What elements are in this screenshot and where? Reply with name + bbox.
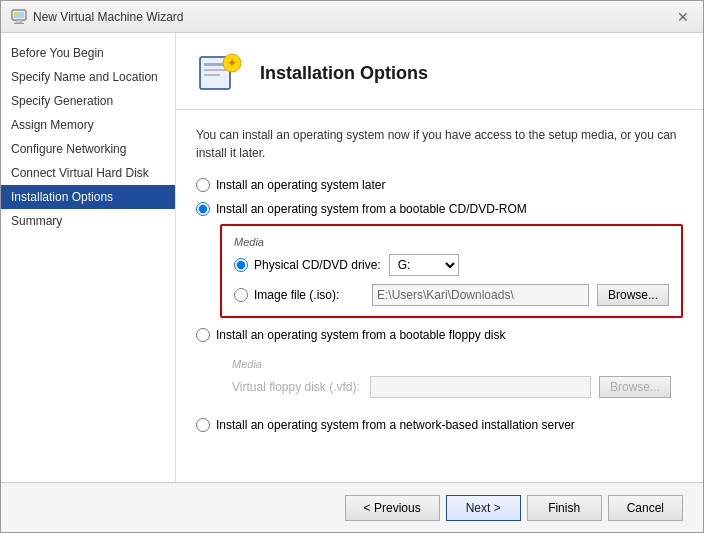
media-label: Media [234,236,669,248]
header-section: ✦ Installation Options [176,33,703,110]
cd-media-group: Media Physical CD/DVD drive: G: D: E: [220,224,683,318]
radio-image-file[interactable] [234,288,248,302]
drive-select[interactable]: G: D: E: F: [389,254,459,276]
radio-physical-cd[interactable] [234,258,248,272]
install-network-label: Install an operating system from a netwo… [216,418,575,432]
title-bar-left: New Virtual Machine Wizard [11,9,184,25]
description-text: You can install an operating system now … [196,126,683,162]
wizard-window: New Virtual Machine Wizard ✕ Before You … [0,0,704,533]
radio-install-floppy[interactable] [196,328,210,342]
install-floppy-label: Install an operating system from a boota… [216,328,506,342]
floppy-media-label: Media [232,358,671,370]
footer: < Previous Next > Finish Cancel [1,482,703,532]
previous-button[interactable]: < Previous [345,495,440,521]
sidebar-item-specify-name[interactable]: Specify Name and Location [1,65,175,89]
floppy-browse-button[interactable]: Browse... [599,376,671,398]
vm-icon [11,9,27,25]
install-cd-label: Install an operating system from a boota… [216,202,527,216]
svg-rect-8 [204,74,220,76]
sidebar-item-connect-vhd[interactable]: Connect Virtual Hard Disk [1,161,175,185]
svg-text:✦: ✦ [227,56,237,70]
sidebar: Before You Begin Specify Name and Locati… [1,33,176,482]
content-area: Before You Begin Specify Name and Locati… [1,33,703,482]
floppy-vfd-row: Virtual floppy disk (.vfd): Browse... [232,376,671,398]
radio-install-network[interactable] [196,418,210,432]
radio-install-cd[interactable] [196,202,210,216]
install-later-label: Install an operating system later [216,178,385,192]
cancel-button[interactable]: Cancel [608,495,683,521]
floppy-path-input[interactable] [370,376,591,398]
svg-point-4 [14,12,18,16]
option-install-network: Install an operating system from a netwo… [196,418,683,432]
body-section: You can install an operating system now … [176,110,703,482]
main-content: ✦ Installation Options You can install a… [176,33,703,482]
physical-cd-label: Physical CD/DVD drive: [254,258,381,272]
finish-button[interactable]: Finish [527,495,602,521]
option-install-floppy: Install an operating system from a boota… [196,328,683,408]
title-bar: New Virtual Machine Wizard ✕ [1,1,703,33]
option-install-later: Install an operating system later [196,178,683,192]
image-path-input[interactable] [372,284,589,306]
option-install-cd: Install an operating system from a boota… [196,202,683,318]
sidebar-item-summary[interactable]: Summary [1,209,175,233]
title-bar-text: New Virtual Machine Wizard [33,10,184,24]
svg-rect-7 [204,69,226,71]
floppy-vfd-label: Virtual floppy disk (.vfd): [232,380,360,394]
physical-cd-row: Physical CD/DVD drive: G: D: E: F: [234,254,669,276]
header-wizard-icon: ✦ [196,49,244,97]
image-file-label: Image file (.iso): [254,288,339,302]
sidebar-item-assign-memory[interactable]: Assign Memory [1,113,175,137]
close-button[interactable]: ✕ [673,9,693,25]
sidebar-item-before-you-begin[interactable]: Before You Begin [1,41,175,65]
sidebar-item-configure-networking[interactable]: Configure Networking [1,137,175,161]
sidebar-item-installation-options[interactable]: Installation Options [1,185,175,209]
floppy-media-group: Media Virtual floppy disk (.vfd): Browse… [220,348,683,408]
svg-rect-1 [16,20,22,23]
page-title: Installation Options [260,63,428,84]
sidebar-item-specify-generation[interactable]: Specify Generation [1,89,175,113]
next-button[interactable]: Next > [446,495,521,521]
image-file-row: Image file (.iso): Browse... [234,284,669,306]
svg-rect-2 [14,23,24,24]
radio-install-later[interactable] [196,178,210,192]
image-browse-button[interactable]: Browse... [597,284,669,306]
